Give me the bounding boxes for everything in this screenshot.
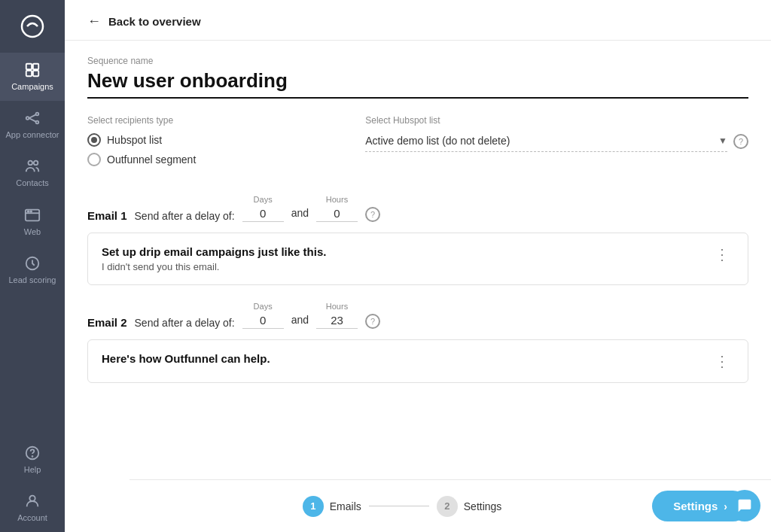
- settings-button-label: Settings: [673, 500, 718, 512]
- svg-point-7: [36, 121, 39, 124]
- email2-label: Email 2: [87, 316, 127, 329]
- chat-bubble-button[interactable]: [729, 490, 760, 521]
- email1-card: Set up drip email campaigns just like th…: [87, 233, 748, 285]
- back-label: Back to overview: [108, 15, 201, 28]
- svg-point-0: [22, 16, 43, 37]
- sequence-name-label: Sequence name: [87, 56, 748, 66]
- svg-rect-4: [33, 71, 38, 76]
- chevron-down-icon: ▼: [718, 135, 727, 146]
- steps-container: 1 Emails 2 Settings: [152, 496, 652, 517]
- sidebar-item-web-label: Web: [24, 227, 41, 237]
- sidebar-logo: [0, 0, 65, 53]
- email2-days-label: Days: [254, 302, 273, 311]
- content-area: Sequence name New user onboarding Select…: [65, 41, 771, 532]
- radio-outfunnel-segment[interactable]: Outfunnel segment: [87, 153, 343, 166]
- svg-point-15: [30, 211, 32, 212]
- email1-hours-label: Hours: [326, 195, 348, 204]
- sidebar-item-lead-scoring-label: Lead scoring: [9, 275, 56, 285]
- sidebar-item-contacts-label: Contacts: [16, 178, 48, 188]
- sidebar-item-account-label: Account: [17, 513, 47, 523]
- email1-more-button[interactable]: ⋮: [712, 245, 734, 263]
- svg-point-6: [36, 113, 39, 116]
- email1-delay-row: Email 1 Send after a delay of: Days and …: [87, 195, 748, 222]
- main-content: ← Back to overview Sequence name New use…: [65, 0, 771, 532]
- recipients-section: Select recipients type Hubspot list Outf…: [87, 115, 748, 172]
- email2-and-text: and: [291, 314, 309, 326]
- svg-point-14: [28, 211, 29, 212]
- step2-num: 2: [444, 500, 449, 512]
- recipients-left: Select recipients type Hubspot list Outf…: [87, 115, 343, 172]
- step2-label: Settings: [464, 500, 502, 512]
- back-button[interactable]: ←: [87, 14, 101, 29]
- email1-days-group: Days: [242, 195, 284, 222]
- steps-divider: [369, 506, 429, 507]
- svg-point-10: [29, 161, 33, 166]
- sidebar-item-lead-scoring[interactable]: Lead scoring: [0, 246, 65, 294]
- recipients-label: Select recipients type: [87, 115, 343, 126]
- step2: 2 Settings: [437, 496, 502, 517]
- sidebar-item-contacts[interactable]: Contacts: [0, 149, 65, 197]
- email2-hours-input[interactable]: [316, 312, 358, 329]
- email1-card-title: Set up drip email campaigns just like th…: [102, 245, 712, 258]
- sidebar: Campaigns App connector Contacts Web: [0, 0, 65, 532]
- bottom-bar: 1 Emails 2 Settings Settings ›: [130, 479, 771, 532]
- sidebar-item-app-connector[interactable]: App connector: [0, 101, 65, 149]
- radio-hubspot-list[interactable]: Hubspot list: [87, 133, 343, 147]
- sidebar-item-account[interactable]: Account: [0, 484, 65, 532]
- sidebar-item-app-connector-label: App connector: [6, 130, 59, 140]
- step1-label: Emails: [330, 500, 361, 512]
- sidebar-item-campaigns[interactable]: Campaigns: [0, 53, 65, 101]
- radio-outfunnel-circle: [87, 153, 101, 166]
- email2-card-title: Here's how Outfunnel can help.: [102, 352, 712, 365]
- radio-hubspot-list-label: Hubspot list: [107, 134, 162, 146]
- email2-help-icon[interactable]: ?: [365, 314, 380, 329]
- email2-send-after-text: Send after a delay of:: [135, 317, 235, 329]
- step1: 1 Emails: [303, 496, 361, 517]
- email1-send-after-text: Send after a delay of:: [135, 210, 235, 222]
- email2-more-button[interactable]: ⋮: [712, 352, 734, 370]
- step1-num: 1: [310, 500, 315, 512]
- radio-hubspot-list-circle: [87, 133, 101, 147]
- top-bar: ← Back to overview: [65, 0, 771, 41]
- svg-point-18: [32, 456, 33, 457]
- hubspot-list-value: Active demo list (do not delete): [365, 135, 712, 147]
- sequence-name-value: New user onboarding: [87, 69, 748, 99]
- sidebar-item-help[interactable]: Help: [0, 436, 65, 484]
- hubspot-list-help-icon[interactable]: ?: [733, 134, 748, 149]
- svg-line-8: [29, 115, 35, 119]
- svg-rect-3: [26, 71, 32, 76]
- hubspot-list-select[interactable]: Active demo list (do not delete) ▼: [365, 130, 727, 152]
- email1-card-subtitle: I didn't send you this email.: [102, 261, 712, 272]
- email2-card-content: Here's how Outfunnel can help.: [102, 352, 712, 368]
- email2-days-group: Days: [242, 302, 284, 329]
- svg-point-5: [26, 117, 29, 120]
- email1-hours-group: Hours: [316, 195, 358, 222]
- svg-rect-2: [33, 64, 38, 69]
- step1-circle: 1: [303, 496, 324, 517]
- email2-hours-label: Hours: [326, 302, 348, 311]
- svg-rect-1: [26, 64, 32, 69]
- step2-circle: 2: [437, 496, 458, 517]
- email2-hours-group: Hours: [316, 302, 358, 329]
- email1-days-label: Days: [254, 195, 273, 204]
- svg-point-19: [29, 495, 35, 500]
- email1-label: Email 1: [87, 209, 127, 222]
- recipients-right: Select Hubspot list Active demo list (do…: [365, 115, 748, 152]
- email1-hours-input[interactable]: [316, 205, 358, 222]
- email1-card-content: Set up drip email campaigns just like th…: [102, 245, 712, 272]
- svg-line-9: [29, 118, 35, 122]
- radio-outfunnel-label: Outfunnel segment: [107, 154, 196, 166]
- svg-point-11: [34, 161, 38, 166]
- email1-days-input[interactable]: [242, 205, 284, 222]
- sidebar-item-help-label: Help: [24, 465, 41, 475]
- email2-card: Here's how Outfunnel can help. ⋮: [87, 339, 748, 383]
- email2-delay-row: Email 2 Send after a delay of: Days and …: [87, 302, 748, 329]
- email1-help-icon[interactable]: ?: [365, 207, 380, 222]
- hubspot-list-label: Select Hubspot list: [365, 115, 748, 126]
- settings-button-arrow: ›: [724, 500, 727, 512]
- email2-days-input[interactable]: [242, 312, 284, 329]
- sidebar-item-campaigns-label: Campaigns: [11, 82, 53, 92]
- email1-and-text: and: [291, 207, 309, 219]
- sidebar-item-web[interactable]: Web: [0, 198, 65, 246]
